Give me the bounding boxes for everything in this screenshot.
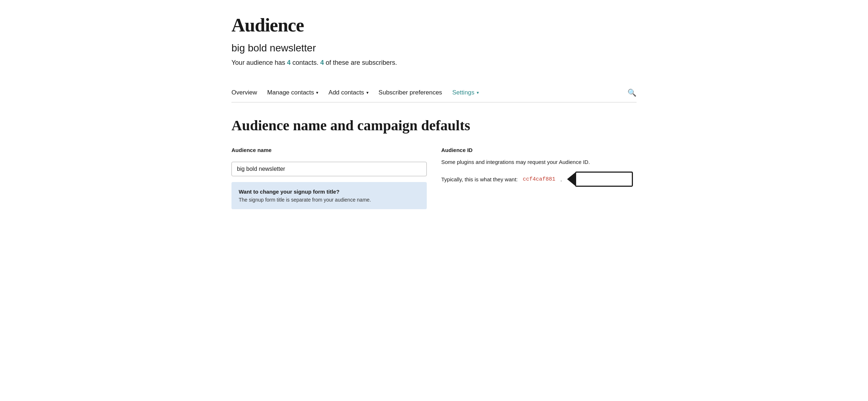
section-title: Audience name and campaign defaults (231, 117, 637, 134)
arrow-icon (567, 173, 575, 186)
audience-name-label: Audience name (231, 147, 427, 153)
form-right: Audience ID Some plugins and integration… (441, 147, 637, 187)
subscribers-count: 4 (320, 59, 324, 66)
audience-stats: Your audience has 4 contacts. 4 of these… (231, 59, 637, 67)
info-box-text: The signup form title is separate from y… (239, 197, 420, 203)
audience-name: big bold newsletter (231, 42, 637, 54)
add-contacts-chevron: ▾ (366, 90, 369, 95)
page-title: Audience (231, 14, 637, 36)
audience-id-value: ccf4caf881 (523, 176, 555, 182)
nav-add-contacts[interactable]: Add contacts ▾ (328, 85, 375, 101)
nav-manage-contacts[interactable]: Manage contacts ▾ (267, 85, 325, 101)
search-icon: 🔍 (627, 89, 637, 97)
copy-box[interactable] (575, 172, 633, 187)
audience-id-description: Some plugins and integrations may reques… (441, 159, 637, 165)
form-layout: Audience name Want to change your signup… (231, 147, 637, 209)
copy-annotation (567, 172, 633, 187)
contacts-count: 4 (287, 59, 290, 66)
stats-suffix: of these are subscribers. (326, 59, 397, 66)
nav-overview[interactable]: Overview (231, 85, 264, 101)
nav-settings[interactable]: Settings ▾ (452, 85, 485, 101)
typically-text: Typically, this is what they want: (441, 176, 518, 182)
audience-id-row: Typically, this is what they want: ccf4c… (441, 172, 637, 187)
settings-chevron: ▾ (477, 90, 479, 95)
audience-name-input[interactable] (231, 162, 427, 176)
nav-bar: Overview Manage contacts ▾ Add contacts … (231, 85, 637, 102)
info-box: Want to change your signup form title? T… (231, 182, 427, 209)
form-left: Audience name Want to change your signup… (231, 147, 427, 209)
search-button[interactable]: 🔍 (627, 85, 637, 102)
audience-id-title: Audience ID (441, 147, 637, 153)
stats-prefix: Your audience has (231, 59, 287, 66)
info-box-title: Want to change your signup form title? (239, 189, 420, 195)
nav-subscriber-preferences[interactable]: Subscriber preferences (379, 85, 449, 101)
period: . (561, 176, 562, 182)
stats-middle: contacts. (293, 59, 320, 66)
manage-contacts-chevron: ▾ (316, 90, 318, 95)
